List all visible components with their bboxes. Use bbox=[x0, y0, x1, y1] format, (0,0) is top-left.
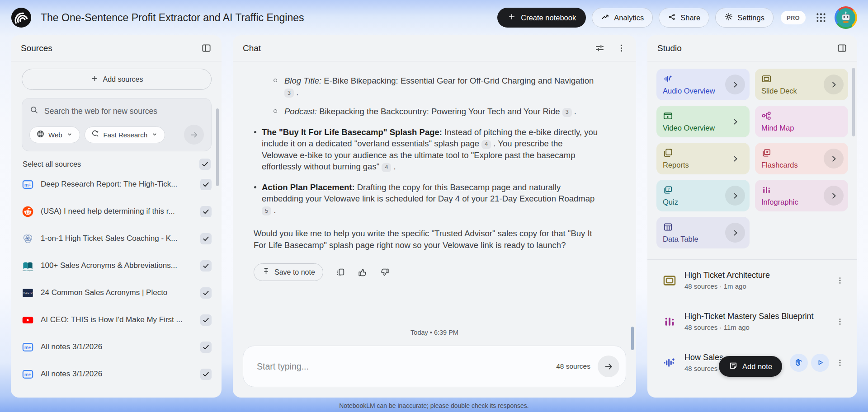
chevron-right-icon[interactable] bbox=[824, 75, 844, 94]
chevron-right-icon[interactable] bbox=[824, 149, 844, 169]
sources-panel-header: Sources bbox=[11, 35, 222, 61]
studio-tile-label: Slide Deck bbox=[761, 87, 797, 95]
chat-scrollbar[interactable] bbox=[631, 327, 634, 350]
settings-button[interactable]: Settings bbox=[715, 8, 774, 28]
plecto-icon: PLECTO bbox=[22, 287, 34, 299]
sub-bullet-item: Podcast: Bikepacking the Backcountry: Po… bbox=[274, 106, 598, 117]
send-message-button[interactable] bbox=[598, 356, 619, 377]
studio-tile-data-table[interactable]: Data Table bbox=[656, 217, 750, 248]
chevron-right-icon[interactable] bbox=[725, 186, 745, 206]
search-placeholder: Search the web for new sources bbox=[44, 107, 157, 116]
source-list-item[interactable]: PLECTO24 Common Sales Acronyms | Plecto bbox=[22, 279, 212, 306]
thumbs-down-icon[interactable] bbox=[380, 267, 390, 277]
chevron-right-icon[interactable] bbox=[725, 149, 745, 169]
thumbs-up-icon[interactable] bbox=[358, 267, 368, 277]
studio-tile-slide-deck[interactable]: Slide Deck bbox=[755, 69, 848, 100]
citation-chip[interactable]: 3 bbox=[284, 89, 294, 98]
citation-chip[interactable]: 3 bbox=[562, 108, 572, 117]
search-submit-button[interactable] bbox=[184, 125, 204, 145]
notebook-title: The One-Sentence Profit Extractor and AI… bbox=[41, 12, 304, 24]
research-mode-dropdown[interactable]: Fast Research bbox=[85, 126, 165, 143]
item-more-menu-icon[interactable] bbox=[833, 397, 847, 398]
source-checkbox[interactable] bbox=[200, 342, 212, 353]
chevron-down-icon bbox=[151, 131, 158, 139]
source-checkbox[interactable] bbox=[200, 233, 212, 244]
source-list-item[interactable]: m+All notes 3/1/2026 bbox=[22, 360, 212, 388]
source-list-item[interactable]: (USA) I need help determining if this r.… bbox=[22, 198, 212, 225]
sources-scrollbar[interactable] bbox=[216, 108, 219, 186]
studio-list-item[interactable]: How sales has structured the world of Hi… bbox=[656, 383, 848, 398]
source-list-item[interactable]: Sales Playbook100+ Sales Acronyms & Abbr… bbox=[22, 252, 212, 279]
source-checkbox[interactable] bbox=[200, 287, 212, 299]
studio-item-title: High Ticket Architecture bbox=[684, 271, 833, 280]
chat-more-menu-icon[interactable] bbox=[617, 43, 626, 53]
source-checkbox[interactable] bbox=[200, 206, 212, 217]
studio-tile-flashcards[interactable]: Flashcards bbox=[755, 143, 848, 174]
citation-chip[interactable]: 4 bbox=[481, 140, 491, 149]
studio-list-item[interactable]: High-Ticket Mastery Sales Blueprint48 so… bbox=[656, 301, 848, 342]
source-list-item[interactable]: 1-on-1 High Ticket Sales Coaching - K... bbox=[22, 225, 212, 252]
source-list-item[interactable]: m+All notes 3/1/2026 bbox=[22, 333, 212, 360]
interactive-mode-hand-icon[interactable] bbox=[790, 354, 808, 372]
studio-tile-video-overview[interactable]: Video Overview bbox=[656, 106, 750, 137]
studio-tile-reports[interactable]: Reports bbox=[656, 143, 750, 174]
flashcards-icon bbox=[761, 152, 772, 159]
share-button[interactable]: Share bbox=[659, 8, 709, 28]
chevron-right-icon[interactable] bbox=[725, 223, 745, 243]
add-sources-button[interactable]: Add sources bbox=[22, 69, 212, 90]
studio-tile-mind-map[interactable]: Mind Map bbox=[755, 106, 848, 137]
sources-panel: Sources Add sources Search the web for n… bbox=[11, 35, 222, 398]
analytics-button[interactable]: Analytics bbox=[592, 8, 653, 28]
chevron-right-icon[interactable] bbox=[725, 112, 745, 131]
video-overview-icon bbox=[663, 115, 673, 122]
studio-list-item[interactable]: High Ticket Architecture48 sources · 1m … bbox=[656, 260, 848, 301]
search-icon bbox=[29, 105, 39, 117]
studio-tile-quiz[interactable]: ?Quiz bbox=[656, 180, 750, 211]
chat-settings-icon[interactable] bbox=[594, 43, 605, 53]
studio-tile-audio-overview[interactable]: Audio Overview bbox=[656, 69, 750, 100]
item-more-menu-icon[interactable] bbox=[833, 314, 847, 329]
citation-chip[interactable]: 4 bbox=[382, 163, 391, 172]
message-text-segment: The "Buy It For Life Basecamp" Splash Pa… bbox=[262, 127, 442, 137]
search-input[interactable]: Search the web for new sources bbox=[29, 105, 204, 117]
studio-scrollbar[interactable] bbox=[852, 68, 855, 136]
collapse-studio-panel-icon[interactable] bbox=[837, 43, 847, 53]
message-text-segment: . bbox=[391, 162, 396, 171]
source-list-item[interactable]: AI CEO: THIS is How I'd Make My First ..… bbox=[22, 306, 212, 333]
copy-icon[interactable] bbox=[335, 267, 345, 277]
chat-panel-header: Chat bbox=[233, 35, 636, 61]
add-note-button[interactable]: Add note bbox=[719, 356, 782, 377]
citation-chip[interactable]: 5 bbox=[262, 206, 271, 215]
studio-tile-label: Video Overview bbox=[663, 124, 715, 132]
web-filter-dropdown[interactable]: Web bbox=[29, 126, 80, 143]
data-table-icon bbox=[663, 226, 673, 234]
save-to-note-button[interactable]: Save to note bbox=[254, 263, 323, 281]
select-all-checkbox[interactable] bbox=[199, 159, 211, 170]
studio-tile-infographic[interactable]: Infographic bbox=[755, 180, 848, 211]
message-text-segment: Action Plan Placement: bbox=[262, 183, 355, 192]
studio-item-meta: 48 sources · 1m ago bbox=[684, 282, 833, 290]
chat-input-box[interactable]: Start typing... 48 sources bbox=[243, 346, 626, 387]
play-icon[interactable] bbox=[811, 354, 829, 372]
account-avatar[interactable] bbox=[835, 6, 857, 29]
bullet-text: Action Plan Placement: Drafting the copy… bbox=[262, 182, 598, 216]
collapse-sources-panel-icon[interactable] bbox=[201, 43, 212, 53]
item-more-menu-icon[interactable] bbox=[833, 356, 847, 370]
apps-grid-icon[interactable] bbox=[812, 9, 830, 27]
message-action-row: Save to note bbox=[254, 263, 598, 281]
studio-body: Audio OverviewSlide DeckVideo OverviewMi… bbox=[647, 61, 857, 398]
source-list-item[interactable]: m+Deep Research Report: The High-Tick... bbox=[22, 171, 212, 198]
notebooklm-logo-icon[interactable] bbox=[11, 7, 32, 28]
source-checkbox[interactable] bbox=[200, 260, 212, 272]
chevron-right-icon[interactable] bbox=[824, 186, 844, 206]
source-checkbox[interactable] bbox=[200, 314, 212, 326]
item-more-menu-icon[interactable] bbox=[833, 273, 847, 288]
chevron-right-icon[interactable] bbox=[725, 75, 745, 94]
reddit-icon bbox=[22, 206, 34, 218]
create-notebook-button[interactable]: Create notebook bbox=[497, 8, 586, 28]
bullet-marker bbox=[274, 79, 277, 82]
create-notebook-label: Create notebook bbox=[521, 14, 576, 22]
source-checkbox[interactable] bbox=[200, 369, 212, 380]
source-checkbox[interactable] bbox=[200, 179, 212, 190]
studio-panel-header: Studio bbox=[647, 35, 857, 61]
